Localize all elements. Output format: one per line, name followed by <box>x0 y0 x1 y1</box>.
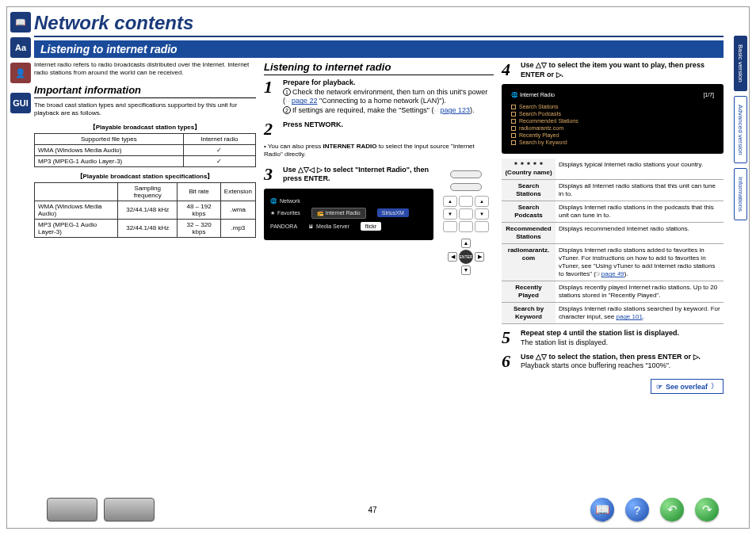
menu-pandora: PANDORA <box>270 224 297 229</box>
step-1: 1 Prepare for playback. 1Check the netwo… <box>264 78 494 116</box>
remote-btn <box>459 221 473 232</box>
dpad-down-icon: ▼ <box>461 266 471 275</box>
remote-dpad: ▲ ▼ ◀ ▶ ENTER <box>448 239 484 275</box>
remote-diagram: ▲▲ ▼▼ ▲ ▼ ◀ ▶ ENTER <box>438 166 494 275</box>
column-1: Internet radio refers to radio broadcast… <box>34 61 256 394</box>
link-page-101[interactable]: page 101 <box>616 313 642 320</box>
link-page-49[interactable]: page 49 <box>601 270 624 277</box>
right-tabs: Basic version Advanced version Informati… <box>731 7 749 528</box>
link-page-22[interactable]: page 22 <box>292 97 318 105</box>
remote-btn <box>475 221 489 232</box>
forward-button[interactable]: ↷ <box>695 498 719 522</box>
menu-favorites: ★ Favorites <box>270 210 300 216</box>
step-number: 2 <box>264 120 278 138</box>
main-content: Network contents Listening to internet r… <box>34 7 731 528</box>
dpad-enter: ENTER <box>459 250 473 264</box>
step-4: 4 Use △▽ to select the item you want to … <box>502 61 724 79</box>
right-symbol: ▷ <box>693 353 699 361</box>
step-2: 2 Press NETWORK. <box>264 120 494 138</box>
dpad-up-icon: ▲ <box>461 239 471 248</box>
description-table: ＊＊＊＊＊ (Country name)Displays typical Int… <box>502 159 724 324</box>
step-number: 5 <box>502 329 516 347</box>
menu-internet-radio: 📻 Internet Radio <box>311 208 366 219</box>
left-icon-rail: 📖 Aa 👤 GUI <box>7 7 34 528</box>
book-button[interactable]: 📖 <box>590 498 614 522</box>
remote-btn: ▼ <box>475 208 489 220</box>
column-3: 4 Use △▽ to select the item you want to … <box>502 61 724 394</box>
step-5: 5 Repeat step 4 until the station list i… <box>502 329 724 347</box>
right-symbol: ▷ <box>556 71 562 78</box>
substep-2-icon: 2 <box>283 106 291 114</box>
column-2: Listening to internet radio 1 Prepare fo… <box>264 61 494 394</box>
step-number: 6 <box>502 353 516 371</box>
gui-icon[interactable]: GUI <box>10 93 31 113</box>
updown-symbols: △▽ <box>536 353 547 361</box>
internet-radio-screenshot: 🌐 Internet Radio[1/7] Search Stations Se… <box>502 84 724 154</box>
step-6: 6 Use △▽ to select the station, then pre… <box>502 353 724 371</box>
page-title: Network contents <box>34 12 724 34</box>
page-number: 47 <box>368 506 376 514</box>
step-number: 1 <box>264 78 278 116</box>
remote-btn <box>459 208 473 220</box>
help-button[interactable]: ? <box>625 498 649 522</box>
menu-media-server: 🖥 Media Server <box>308 224 349 229</box>
col2-heading: Listening to internet radio <box>264 61 494 75</box>
section-header: Listening to internet radio <box>34 40 724 58</box>
step2-note: • You can also press INTERNET RADIO to s… <box>264 143 494 159</box>
menu-flickr: flickr <box>361 222 381 231</box>
menu-network: 🌐 Network <box>270 198 300 204</box>
dpad-left-icon: ◀ <box>448 252 457 262</box>
table-station-types: Supported file typesInternet radio WMA (… <box>34 133 256 167</box>
see-overleaf[interactable]: ☞ See overleaf 〉 <box>502 379 724 394</box>
updown-symbols: △▽ <box>536 61 547 69</box>
device-thumb-2[interactable] <box>104 498 155 522</box>
important-text: The broad cast station types and specifi… <box>34 101 256 118</box>
back-button[interactable]: ↶ <box>660 498 684 522</box>
remote-btn <box>459 196 473 207</box>
substep-1-icon: 1 <box>283 88 291 96</box>
remote-btn <box>443 221 457 232</box>
mask-icon[interactable]: 👤 <box>10 63 31 83</box>
network-menu-screenshot: 🌐 Network ★ Favorites 📻 Internet Radio S… <box>264 189 433 240</box>
remote-pill <box>450 170 482 178</box>
step-number: 3 <box>264 166 278 184</box>
book-icon[interactable]: 📖 <box>10 12 31 32</box>
intro-text: Internet radio refers to radio broadcast… <box>34 61 256 78</box>
tab-basic-version[interactable]: Basic version <box>734 36 747 91</box>
remote-btn: ▼ <box>443 208 457 220</box>
step1-title: Prepare for playback. <box>283 78 356 86</box>
tab-informations[interactable]: Informations <box>734 168 747 220</box>
device-thumb-1[interactable] <box>47 498 97 522</box>
footer: 47 📖 ? ↶ ↷ <box>34 498 731 522</box>
tab-advanced-version[interactable]: Advanced version <box>734 96 747 164</box>
remote-btn: ▲ <box>443 196 457 207</box>
table2-caption: 【Playable broadcast station specificatio… <box>34 172 256 181</box>
step-number: 4 <box>502 61 516 79</box>
remote-pill <box>450 183 482 191</box>
step-3: 3 Use △▽◁ ▷ to select "Internet Radio", … <box>264 166 433 184</box>
table1-caption: 【Playable broadcast station types】 <box>34 123 256 132</box>
table-station-specs: Sampling frequencyBit rateExtension WMA … <box>34 182 256 238</box>
dpad-symbols: △▽◁ ▷ <box>298 166 323 174</box>
important-heading: Important information <box>34 84 256 98</box>
remote-btn: ▲ <box>475 196 489 207</box>
link-page-123[interactable]: page 123 <box>440 106 470 114</box>
menu-siriusxm: SiriusXM <box>377 208 409 217</box>
glossary-icon[interactable]: Aa <box>10 37 31 58</box>
dpad-right-icon: ▶ <box>475 252 484 262</box>
